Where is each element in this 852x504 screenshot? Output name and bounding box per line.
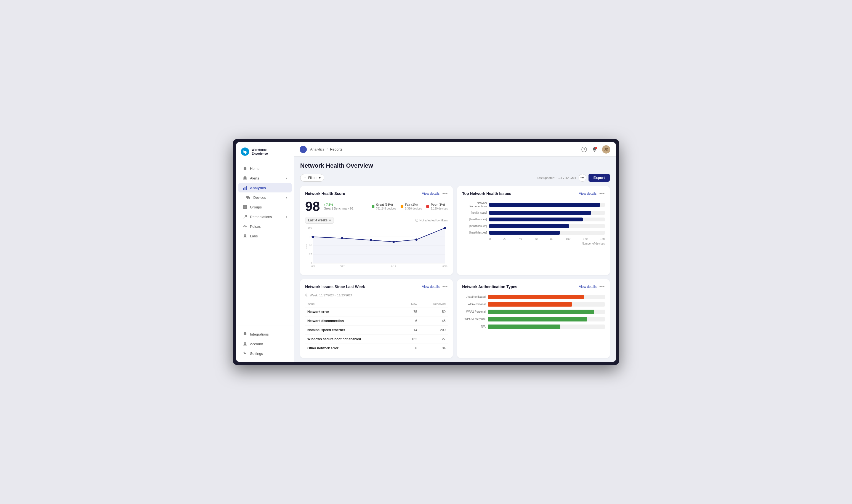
legend-poor: Poor (1%) 2,190 devices — [426, 203, 448, 210]
bar-fill — [489, 224, 569, 228]
chevron-down-icon: ▾ — [286, 177, 287, 180]
sidebar-item-labs[interactable]: Labs — [238, 231, 292, 241]
card-menu-button[interactable]: ••• — [442, 284, 448, 289]
bar-label: [health issue] — [462, 211, 487, 215]
top-network-health-issues-card: Top Network Health Issues View details •… — [457, 186, 610, 275]
user-icon — [243, 342, 247, 346]
view-details-link[interactable]: View details — [422, 285, 439, 289]
gear-icon — [243, 351, 247, 356]
view-details-link[interactable]: View details — [422, 192, 439, 196]
table-header-row: Issue New Resolved — [305, 301, 448, 307]
chevron-down-icon: ▾ — [286, 196, 287, 199]
top-issues-bar-chart: Networkdisconnections [health issue] — [462, 201, 605, 245]
svg-point-37 — [415, 238, 417, 241]
auth-label: Unauthenticated — [462, 295, 486, 299]
export-button[interactable]: Export — [589, 174, 610, 182]
svg-text:Score: Score — [306, 244, 308, 249]
home-icon — [243, 166, 247, 171]
svg-text:8/5: 8/5 — [311, 265, 315, 268]
table-body: Network error 75 50 Network disconnectio… — [305, 307, 448, 353]
sidebar-item-alerts[interactable]: Alerts ▾ — [238, 174, 292, 183]
sidebar-item-account[interactable]: Account — [238, 339, 292, 348]
auth-bar-row: WPA2-Enterprise — [462, 317, 605, 322]
svg-point-35 — [370, 239, 372, 241]
filter-label: Filters — [308, 176, 317, 180]
view-details-link[interactable]: View details — [579, 285, 596, 289]
sidebar-item-remediations[interactable]: Remediations ▾ — [238, 212, 292, 221]
sidebar-item-analytics[interactable]: Analytics — [238, 183, 292, 193]
svg-rect-12 — [243, 207, 245, 209]
auth-track — [488, 295, 605, 299]
sidebar-nav: Home Alerts ▾ Analytics Devices ▾ — [236, 160, 294, 326]
flask-icon — [243, 234, 247, 238]
pulse-icon — [243, 224, 247, 229]
svg-marker-32 — [313, 228, 445, 263]
sidebar-item-label: Integrations — [250, 332, 269, 336]
sidebar-item-home[interactable]: Home — [238, 164, 292, 173]
issue-resolved: 27 — [419, 335, 448, 344]
breadcrumb-separator: / — [327, 147, 328, 151]
bar-fill — [489, 203, 600, 207]
legend-dot-great — [372, 205, 375, 208]
card-menu-button[interactable]: ••• — [442, 191, 448, 196]
sidebar-item-label: Alerts — [250, 176, 259, 180]
svg-point-33 — [312, 236, 314, 238]
filter-button[interactable]: ⊟ Filters ▾ — [300, 174, 324, 182]
sidebar-item-devices[interactable]: Devices ▾ — [238, 193, 292, 202]
auth-bar-row: Unauthenticated — [462, 295, 605, 299]
svg-point-34 — [341, 237, 343, 239]
avatar[interactable]: JD — [602, 145, 610, 154]
sidebar-item-label: Groups — [250, 205, 262, 209]
card-header: Network Issues Since Last Week View deta… — [305, 284, 448, 289]
more-options-button[interactable]: ••• — [578, 174, 586, 182]
auth-fill-green — [488, 310, 594, 314]
plug-icon — [243, 332, 247, 336]
auth-label: WPA2-Enterprise — [462, 318, 486, 321]
sidebar-item-label: Pulses — [250, 224, 261, 229]
col-issue: Issue — [305, 301, 402, 307]
logo-area: hp Workforce Experience — [236, 142, 294, 160]
card-menu-button[interactable]: ••• — [599, 191, 605, 196]
last-updated-row: Last updated: 12/4 7:42 GMT ••• Export — [537, 174, 610, 182]
svg-rect-10 — [243, 205, 245, 207]
view-details-link[interactable]: View details — [579, 192, 596, 196]
issue-name: Other network error — [305, 344, 402, 353]
auth-bar-row: WPA-Personal — [462, 302, 605, 307]
issues-table: Issue New Resolved Network error 75 50 N… — [305, 301, 448, 353]
notification-button[interactable] — [592, 146, 597, 152]
card-header: Network Authentication Types View detail… — [462, 284, 605, 289]
svg-text:75: 75 — [309, 235, 312, 238]
sidebar-item-integrations[interactable]: Integrations — [238, 329, 292, 339]
auth-fill-green — [488, 325, 560, 329]
svg-text:50: 50 — [309, 244, 312, 247]
auth-track — [488, 310, 605, 314]
breadcrumb: Analytics / Reports — [310, 147, 343, 151]
sidebar-item-label: Settings — [250, 352, 263, 356]
sidebar-item-groups[interactable]: Groups — [238, 202, 292, 212]
time-filter-label: Last 4 weeks — [308, 218, 328, 222]
breadcrumb-analytics[interactable]: Analytics — [310, 147, 325, 151]
sidebar-item-pulses[interactable]: Pulses — [238, 222, 292, 231]
sidebar-collapse-button[interactable]: ‹ — [300, 146, 307, 153]
score-meta: ↑ 7.5% Great | Benchmark 92 — [324, 203, 353, 210]
card-actions: View details ••• — [579, 191, 605, 196]
auth-fill-green — [488, 317, 587, 322]
svg-text:?: ? — [583, 148, 585, 151]
line-chart-svg: 100 75 50 25 0 — [305, 226, 448, 270]
table-header: Issue New Resolved — [305, 301, 448, 307]
auth-fill-orange — [488, 295, 584, 299]
svg-rect-16 — [244, 333, 246, 335]
issue-resolved: 34 — [419, 344, 448, 353]
sidebar-item-settings[interactable]: Settings — [238, 349, 292, 358]
line-chart: 100 75 50 25 0 — [305, 226, 448, 270]
svg-rect-15 — [245, 332, 246, 333]
score-label: Great | Benchmark 92 — [324, 207, 353, 210]
auth-track — [488, 302, 605, 307]
card-menu-button[interactable]: ••• — [599, 284, 605, 289]
card-title: Top Network Health Issues — [462, 191, 511, 196]
auth-fill-orange — [488, 302, 572, 307]
help-button[interactable]: ? — [581, 146, 587, 152]
card-header: Network Health Score View details ••• — [305, 191, 448, 196]
sidebar-item-label: Account — [250, 342, 263, 346]
time-filter-button[interactable]: Last 4 weeks ▾ — [305, 217, 334, 223]
